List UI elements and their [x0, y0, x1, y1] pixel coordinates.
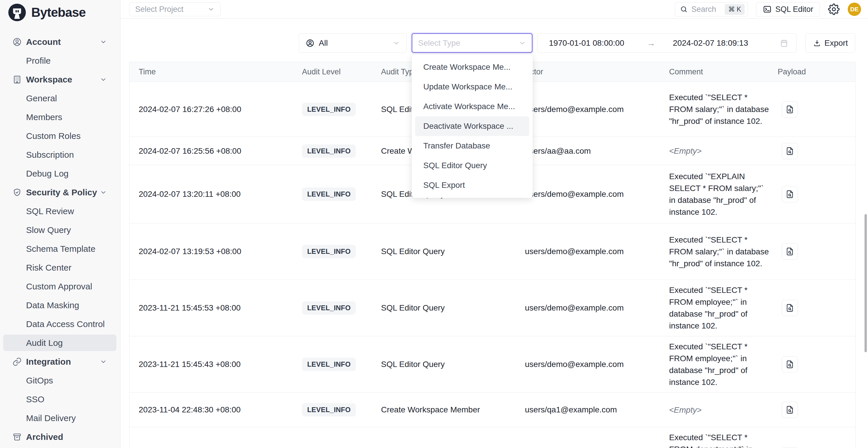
actor-filter-select[interactable]: All: [299, 33, 407, 53]
sidebar-item-sso[interactable]: SSO: [0, 390, 120, 409]
cell-audit-type: Create Workspace Member: [381, 405, 525, 414]
column-header-time: Time: [129, 67, 302, 76]
vertical-scrollbar[interactable]: [865, 214, 867, 352]
cell-time: 2023-11-21 15:45:43 +08:00: [129, 360, 302, 369]
payload-button[interactable]: [782, 101, 798, 118]
payload-button[interactable]: [782, 356, 798, 373]
sidebar-group-integration[interactable]: Integration: [0, 352, 120, 371]
chevron-down-icon: [100, 76, 107, 83]
sidebar-item-general[interactable]: General: [0, 89, 120, 108]
type-dropdown-menu: Create Workspace Me... Update Workspace …: [412, 55, 533, 198]
payload-button[interactable]: [782, 186, 798, 202]
level-badge: LEVEL_INFO: [302, 245, 356, 258]
search-input[interactable]: Search ⌘ K: [675, 2, 748, 17]
file-search-icon: [785, 190, 795, 199]
cell-actor: users/demo@example.com: [525, 247, 669, 256]
avatar[interactable]: DE: [848, 3, 861, 16]
sidebar-group-workspace[interactable]: Workspace: [0, 70, 120, 89]
dropdown-item-activate-workspace-member[interactable]: Activate Workspace Me...: [415, 97, 529, 116]
shield-check-icon: [12, 188, 22, 197]
payload-button[interactable]: [782, 244, 798, 260]
payload-button[interactable]: [782, 143, 798, 159]
cell-audit-type: SQL Editor Query: [381, 247, 525, 256]
sidebar-item-custom-roles[interactable]: Custom Roles: [0, 126, 120, 145]
arrow-right-icon: →: [647, 38, 655, 48]
type-filter-select[interactable]: Select Type: [412, 33, 532, 53]
sidebar-item-subscription[interactable]: Subscription: [0, 145, 120, 164]
sidebar-item-data-access-control[interactable]: Data Access Control: [0, 315, 120, 333]
chevron-down-icon: [519, 39, 526, 47]
audit-log-page: Bytebase Account Profile Workspace Gener…: [0, 0, 868, 448]
sidebar-item-members[interactable]: Members: [0, 108, 120, 126]
sidebar-item-sql-review[interactable]: SQL Review: [0, 202, 120, 221]
sidebar-item-schema-template[interactable]: Schema Template: [0, 239, 120, 258]
dropdown-item-transfer-database[interactable]: Transfer Database: [415, 136, 529, 156]
sidebar-group-archived[interactable]: Archived: [0, 427, 120, 446]
level-badge: LEVEL_INFO: [302, 145, 356, 158]
cell-comment: Executed `"SELECT * FROM salary;"` in da…: [669, 234, 778, 269]
sidebar-group-security-policy[interactable]: Security & Policy: [0, 183, 120, 202]
sql-editor-label: SQL Editor: [775, 5, 813, 14]
cell-time: 2023-11-04 22:48:30 +08:00: [129, 405, 302, 414]
date-range-picker[interactable]: 1970-01-01 08:00:00 → 2024-02-07 18:09:1…: [537, 33, 797, 53]
export-label: Export: [825, 38, 848, 48]
cell-time: 2024-02-07 16:27:26 +08:00: [129, 105, 302, 114]
sidebar-item-debug-log[interactable]: Debug Log: [0, 164, 120, 183]
sidebar: Bytebase Account Profile Workspace Gener…: [0, 0, 120, 448]
file-search-icon: [785, 405, 795, 414]
cell-actor: users/qa1@example.com: [525, 405, 669, 414]
bytebase-logo[interactable]: Bytebase: [7, 3, 86, 22]
cell-actor: users/aa@aa.com: [525, 147, 669, 156]
cell-audit-type: SQL Editor Query: [381, 360, 525, 369]
level-badge: LEVEL_INFO: [302, 301, 356, 315]
sidebar-nav: Account Profile Workspace General Member…: [0, 32, 120, 446]
chevron-down-icon: [100, 189, 107, 196]
table-row: 2023-11-21 15:45:53 +08:00 LEVEL_INFO SQ…: [129, 280, 855, 336]
project-select-placeholder: Select Project: [135, 5, 208, 14]
project-select[interactable]: Select Project: [129, 2, 221, 16]
sidebar-item-audit-log[interactable]: Audit Log: [0, 333, 120, 352]
level-badge: LEVEL_INFO: [302, 188, 356, 201]
table-row: 2024-02-07 13:19:53 +08:00 LEVEL_INFO SQ…: [129, 223, 855, 280]
type-filter-placeholder: Select Type: [418, 38, 519, 48]
sidebar-item-gitops[interactable]: GitOps: [0, 371, 120, 390]
sidebar-item-custom-approval[interactable]: Custom Approval: [0, 277, 120, 296]
cell-comment: Executed `"SELECT * FROM employee;"` in …: [669, 341, 778, 388]
chevron-down-icon: [393, 39, 400, 47]
actor-filter-value: All: [319, 38, 389, 48]
sidebar-group-account[interactable]: Account: [0, 32, 120, 51]
dropdown-item-sql-export[interactable]: SQL Export: [415, 175, 529, 195]
cell-time: 2023-11-21 15:45:53 +08:00: [129, 303, 302, 313]
cell-comment: <Empty>: [669, 145, 778, 157]
payload-button[interactable]: [782, 300, 798, 316]
bytebase-logo-icon: [7, 3, 27, 22]
file-search-icon: [785, 303, 795, 313]
table-row: 2023-11-04 22:48:30 +08:00 LEVEL_INFO Cr…: [129, 393, 855, 427]
export-button[interactable]: Export: [805, 33, 855, 53]
file-search-icon: [785, 105, 795, 114]
sidebar-item-profile[interactable]: Profile: [0, 51, 120, 70]
file-search-icon: [785, 247, 795, 256]
search-icon: [680, 5, 688, 13]
gear-icon[interactable]: [828, 3, 840, 15]
cell-comment: Executed `"SELECT * FROM department;"` i…: [669, 431, 778, 448]
sidebar-item-slow-query[interactable]: Slow Query: [0, 221, 120, 239]
cell-comment: <Empty>: [669, 404, 778, 416]
payload-button[interactable]: [782, 402, 798, 418]
dropdown-item-update-workspace-member[interactable]: Update Workspace Me...: [415, 77, 529, 97]
dropdown-item-sql-editor-query[interactable]: SQL Editor Query: [415, 156, 529, 175]
cell-comment: Executed `"SELECT * FROM employee;"` in …: [669, 284, 778, 332]
file-search-icon: [785, 147, 795, 156]
sidebar-item-risk-center[interactable]: Risk Center: [0, 258, 120, 277]
link-icon: [12, 357, 22, 367]
dropdown-item-deactivate-workspace-member[interactable]: Deactivate Workspace ...: [415, 116, 529, 136]
sidebar-item-mail-delivery[interactable]: Mail Delivery: [0, 409, 120, 427]
dropdown-item-create-workspace-member[interactable]: Create Workspace Me...: [415, 57, 529, 77]
sql-editor-button[interactable]: SQL Editor: [756, 2, 820, 17]
level-badge: LEVEL_INFO: [302, 403, 356, 416]
sidebar-item-data-masking[interactable]: Data Masking: [0, 296, 120, 315]
topbar-actions: Search ⌘ K SQL Editor DE: [675, 0, 861, 19]
archive-icon: [12, 432, 22, 442]
calendar-icon: [779, 38, 789, 48]
level-badge: LEVEL_INFO: [302, 103, 356, 116]
